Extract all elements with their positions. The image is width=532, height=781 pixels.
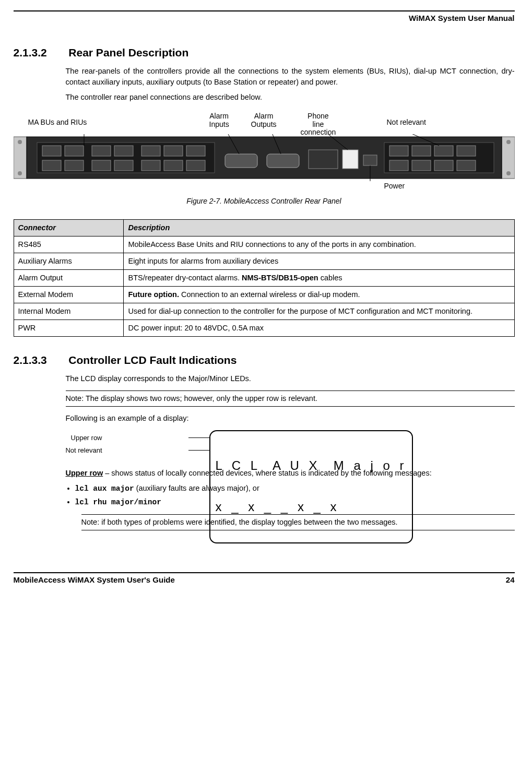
text: BTS/repeater dry-contact alarms. <box>128 274 242 282</box>
rear-panel-illustration <box>14 134 515 181</box>
paragraph: The LCD display corresponds to the Major… <box>66 373 515 384</box>
section-heading-rear-panel: 2.1.3.2 Rear Panel Description <box>14 45 515 61</box>
table-row: Alarm Output BTS/repeater dry-contact al… <box>14 269 514 286</box>
table-cell: Used for dial-up connection to the contr… <box>124 303 514 320</box>
code-text: lcl aux major <box>75 484 134 493</box>
section-body: The LCD display corresponds to the Major… <box>66 373 515 508</box>
lcd-display-illustration: Upper row Not relevant L C L A U X M a j… <box>97 431 515 460</box>
text-bold: NMS-BTS/DB15-open <box>242 274 318 282</box>
figure-caption: Figure 2-7. MobileAccess Controller Rear… <box>14 196 515 206</box>
annotation-label: MA BUs and RIUs <box>28 119 87 126</box>
svg-rect-35 <box>457 160 476 171</box>
svg-point-5 <box>506 171 511 175</box>
lcd-row-lower: x _ x _ _ x _ x <box>216 500 407 514</box>
svg-rect-18 <box>114 160 133 171</box>
svg-rect-34 <box>434 160 453 171</box>
table-cell: PWR <box>14 320 124 336</box>
table-row: Internal Modem Used for dial-up connecti… <box>14 303 514 320</box>
table-cell: BTS/repeater dry-contact alarms. NMS-BTS… <box>124 269 514 286</box>
svg-rect-15 <box>42 160 61 171</box>
table-cell: DC power input: 20 to 48VDC, 0.5A max <box>124 320 514 336</box>
section-body: The rear-panels of the controllers provi… <box>66 66 515 103</box>
svg-rect-24 <box>309 150 338 169</box>
paragraph: The rear-panels of the controllers provi… <box>66 66 515 88</box>
text-bold: Future option. <box>128 290 179 299</box>
annotation-label: Not relevant <box>387 119 426 126</box>
svg-rect-25 <box>342 150 358 169</box>
section-number: 2.1.3.2 <box>14 45 66 61</box>
connector-table: Connector Description RS485 MobileAccess… <box>14 219 515 337</box>
table-header-connector: Connector <box>14 219 124 236</box>
section-number: 2.1.3.3 <box>14 352 66 368</box>
svg-rect-32 <box>389 160 408 171</box>
page-header: WiMAX System User Manual <box>14 10 515 24</box>
text: Connection to an external wireless or di… <box>179 290 360 299</box>
footer-page-number: 24 <box>506 574 515 586</box>
svg-rect-21 <box>186 160 205 171</box>
svg-rect-19 <box>141 160 160 171</box>
annotation-label: Power <box>384 182 405 190</box>
svg-rect-17 <box>92 160 111 171</box>
svg-point-2 <box>18 171 22 175</box>
annotation-label: AlarmInputs <box>209 112 229 128</box>
svg-rect-28 <box>389 146 408 156</box>
table-cell: Internal Modem <box>14 303 124 320</box>
svg-rect-31 <box>457 146 476 156</box>
table-header-description: Description <box>124 219 514 236</box>
figure-rear-panel: MA BUs and RIUs AlarmInputs AlarmOutputs… <box>14 112 515 206</box>
lcd-label-lower: Not relevant <box>65 446 102 456</box>
table-cell: MobileAccess Base Units and RIU connecti… <box>124 236 514 253</box>
note-box: Note: The display shows two rows; howeve… <box>66 390 515 407</box>
table-cell: Alarm Output <box>14 269 124 286</box>
table-row: External Modem Future option. Connection… <box>14 286 514 303</box>
svg-rect-29 <box>412 146 431 156</box>
annotation-label: Phonelineconnection <box>301 112 336 136</box>
svg-rect-22 <box>225 154 257 168</box>
table-row: Auxiliary Alarms Eight inputs for alarms… <box>14 253 514 269</box>
svg-rect-33 <box>412 160 431 171</box>
annotation-text: AlarmInputs <box>209 112 229 128</box>
svg-rect-11 <box>114 146 133 156</box>
svg-rect-9 <box>65 146 84 156</box>
svg-point-4 <box>506 140 511 144</box>
code-text: lcl rhu major/minor <box>75 498 161 506</box>
section-title: Controller LCD Fault Indications <box>68 354 237 366</box>
svg-rect-13 <box>164 146 183 156</box>
svg-rect-10 <box>92 146 111 156</box>
header-title: WiMAX System User Manual <box>409 14 514 22</box>
svg-rect-8 <box>42 146 61 156</box>
lcd-row-upper: L C L A U X M a j o r <box>216 459 407 472</box>
text-heading-inline: Upper row <box>66 469 103 477</box>
svg-point-1 <box>18 140 22 144</box>
section-heading-lcd: 2.1.3.3 Controller LCD Fault Indications <box>14 352 515 368</box>
svg-rect-12 <box>141 146 160 156</box>
table-row: RS485 MobileAccess Base Units and RIU co… <box>14 236 514 253</box>
annotation-label: AlarmOutputs <box>251 112 277 128</box>
table-cell: Eight inputs for alarms from auxiliary d… <box>124 253 514 269</box>
svg-rect-20 <box>164 160 183 171</box>
lcd-screen: L C L A U X M a j o r x _ x _ _ x _ x <box>209 430 413 543</box>
svg-rect-14 <box>186 146 205 156</box>
section-title: Rear Panel Description <box>68 46 188 58</box>
footer-title: MobileAccess WiMAX System User's Guide <box>14 574 175 586</box>
table-row: PWR DC power input: 20 to 48VDC, 0.5A ma… <box>14 320 514 336</box>
svg-rect-23 <box>267 154 299 168</box>
table-cell: RS485 <box>14 236 124 253</box>
paragraph: Following is an example of a display: <box>66 413 515 424</box>
lcd-label-upper: Upper row <box>71 433 102 443</box>
paragraph: The controller rear panel connections ar… <box>66 92 515 103</box>
svg-rect-26 <box>363 155 377 165</box>
annotation-text: AlarmOutputs <box>251 112 277 128</box>
table-cell: External Modem <box>14 286 124 303</box>
text: cables <box>318 274 342 282</box>
annotation-text: Phonelineconnection <box>301 112 336 136</box>
page-footer: MobileAccess WiMAX System User's Guide 2… <box>14 572 515 586</box>
table-cell: Auxiliary Alarms <box>14 253 124 269</box>
table-cell: Future option. Connection to an external… <box>124 286 514 303</box>
svg-rect-16 <box>65 160 84 171</box>
svg-rect-30 <box>434 146 453 156</box>
